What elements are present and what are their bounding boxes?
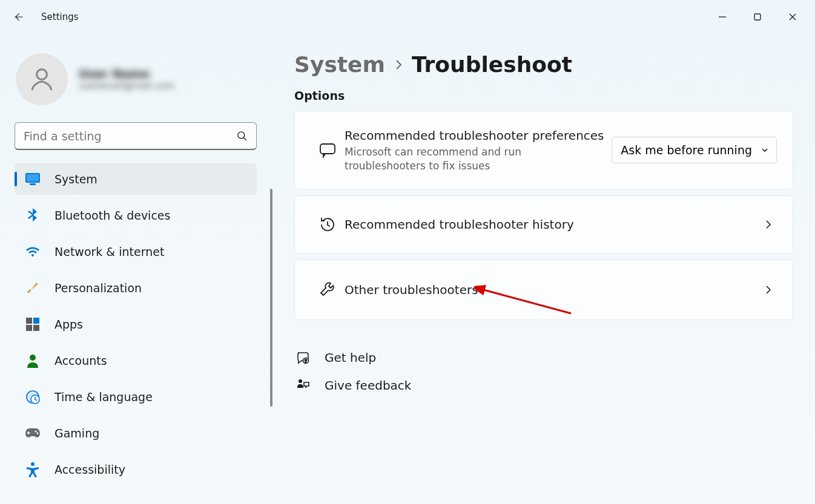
profile-email: useremail@mail.com xyxy=(79,80,174,91)
chevron-down-icon xyxy=(761,146,769,154)
apps-icon xyxy=(24,316,41,333)
svg-text:?: ? xyxy=(305,359,307,364)
svg-line-4 xyxy=(244,138,246,140)
card-subtitle: Microsoft can recommend and run troubles… xyxy=(345,145,587,173)
profile-block[interactable]: User Name useremail@mail.com xyxy=(16,53,257,105)
search-input[interactable] xyxy=(15,122,257,150)
card-title: Recommended troubleshooter preferences xyxy=(345,127,604,144)
footer-link-text: Give feedback xyxy=(325,378,411,393)
svg-point-3 xyxy=(238,132,245,139)
svg-point-2 xyxy=(37,70,47,80)
card-other-troubleshooters[interactable]: Other troubleshooters xyxy=(294,260,793,320)
maximize-button[interactable] xyxy=(740,5,775,29)
nav-system[interactable]: System xyxy=(15,163,257,195)
accessibility-icon xyxy=(24,461,41,478)
chevron-right-icon xyxy=(394,58,403,71)
pref-dropdown[interactable]: Ask me before running xyxy=(612,137,777,163)
chevron-right-icon xyxy=(760,284,777,296)
nav-apps[interactable]: Apps xyxy=(15,309,257,340)
nav: System Bluetooth & devices Network & int… xyxy=(15,163,257,485)
nav-network[interactable]: Network & internet xyxy=(15,236,257,267)
get-help-link[interactable]: ? Get help xyxy=(294,350,793,365)
nav-gaming[interactable]: Gaming xyxy=(15,417,257,449)
history-icon xyxy=(311,215,345,234)
nav-personalization[interactable]: Personalization xyxy=(15,272,257,304)
card-title: Recommended troubleshooter history xyxy=(345,216,574,233)
titlebar: Settings xyxy=(0,0,815,34)
breadcrumb-parent[interactable]: System xyxy=(294,52,385,77)
minimize-button[interactable] xyxy=(705,5,740,29)
svg-rect-7 xyxy=(30,183,36,185)
card-troubleshooter-history[interactable]: Recommended troubleshooter history xyxy=(294,195,793,254)
nav-label: Bluetooth & devices xyxy=(54,209,170,222)
main-content: System Troubleshoot Options Recommended … xyxy=(270,34,815,504)
chevron-right-icon xyxy=(760,218,777,231)
svg-rect-9 xyxy=(33,318,39,324)
sidebar: User Name useremail@mail.com System B xyxy=(0,34,270,504)
svg-line-19 xyxy=(481,289,571,313)
breadcrumb-current: Troubleshoot xyxy=(412,52,572,77)
svg-point-17 xyxy=(31,462,35,466)
nav-label: Gaming xyxy=(54,427,99,440)
card-title: Other troubleshooters xyxy=(345,281,478,298)
search-icon xyxy=(236,122,248,150)
search-wrap xyxy=(15,122,257,150)
back-button[interactable] xyxy=(6,5,30,29)
svg-point-15 xyxy=(35,431,37,433)
svg-point-22 xyxy=(299,379,302,383)
annotation-arrow xyxy=(474,284,583,321)
card-troubleshooter-preferences: Recommended troubleshooter preferences M… xyxy=(294,111,793,189)
nav-accounts[interactable]: Accounts xyxy=(15,345,257,376)
nav-time[interactable]: Time & language xyxy=(15,381,257,413)
svg-rect-11 xyxy=(33,325,39,331)
close-button[interactable] xyxy=(775,5,810,29)
svg-rect-10 xyxy=(26,325,32,331)
avatar xyxy=(16,53,68,105)
feedback-icon xyxy=(294,378,311,393)
svg-rect-18 xyxy=(320,144,335,154)
window-title: Settings xyxy=(41,11,79,22)
system-icon xyxy=(24,171,41,188)
give-feedback-link[interactable]: Give feedback xyxy=(294,378,793,393)
wifi-icon xyxy=(24,243,41,260)
brush-icon xyxy=(24,280,41,296)
accounts-icon xyxy=(24,352,41,369)
nav-label: Accessibility xyxy=(54,463,125,476)
svg-rect-6 xyxy=(27,174,39,182)
sidebar-scrollbar[interactable] xyxy=(270,189,272,407)
nav-bluetooth[interactable]: Bluetooth & devices xyxy=(15,200,257,231)
svg-point-16 xyxy=(37,433,39,434)
nav-label: Accounts xyxy=(54,354,107,367)
footer-link-text: Get help xyxy=(325,350,376,365)
nav-label: Time & language xyxy=(54,390,153,404)
dropdown-value: Ask me before running xyxy=(621,143,752,157)
help-icon: ? xyxy=(294,350,311,365)
nav-label: System xyxy=(54,172,97,186)
breadcrumb: System Troubleshoot xyxy=(294,52,793,77)
gamepad-icon xyxy=(24,425,41,442)
chat-icon xyxy=(311,141,345,159)
nav-label: Network & internet xyxy=(54,245,164,258)
nav-label: Apps xyxy=(54,318,83,331)
clock-globe-icon xyxy=(24,388,41,405)
svg-rect-1 xyxy=(754,14,761,20)
svg-point-12 xyxy=(30,355,36,361)
section-title: Options xyxy=(294,89,793,102)
footer-links: ? Get help Give feedback xyxy=(294,350,793,393)
svg-rect-8 xyxy=(26,318,32,324)
bluetooth-icon xyxy=(24,207,41,224)
profile-name: User Name xyxy=(79,67,174,80)
wrench-icon xyxy=(311,281,345,299)
nav-label: Personalization xyxy=(54,281,142,295)
nav-accessibility[interactable]: Accessibility xyxy=(15,454,257,485)
